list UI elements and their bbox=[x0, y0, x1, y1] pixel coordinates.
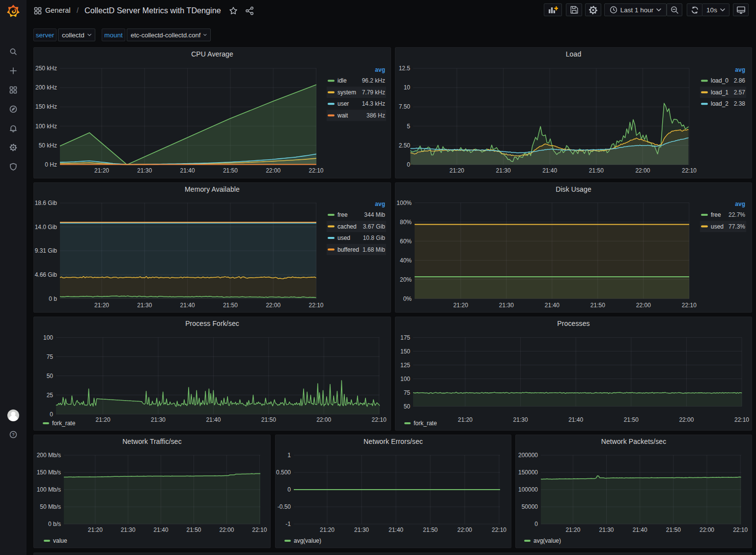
svg-text:0 Hz: 0 Hz bbox=[45, 161, 57, 168]
svg-text:96.2 kHz: 96.2 kHz bbox=[362, 77, 385, 84]
svg-text:21:50: 21:50 bbox=[223, 167, 238, 174]
svg-text:2.50: 2.50 bbox=[399, 142, 411, 149]
svg-text:386 Hz: 386 Hz bbox=[366, 112, 385, 119]
svg-text:21:40: 21:40 bbox=[180, 167, 195, 174]
svg-text:150000: 150000 bbox=[518, 469, 538, 476]
svg-text:wait: wait bbox=[337, 112, 348, 119]
svg-text:18.6 Gib: 18.6 Gib bbox=[35, 200, 57, 206]
svg-text:load_1: load_1 bbox=[711, 89, 728, 96]
svg-text:22:00: 22:00 bbox=[700, 526, 714, 533]
svg-text:21:40: 21:40 bbox=[180, 302, 195, 309]
svg-text:2.86: 2.86 bbox=[734, 77, 746, 84]
svg-text:21:40: 21:40 bbox=[206, 416, 221, 423]
svg-text:50 kHz: 50 kHz bbox=[39, 142, 57, 149]
svg-text:21:50: 21:50 bbox=[261, 416, 276, 423]
svg-text:avg: avg bbox=[735, 66, 745, 73]
svg-text:50000: 50000 bbox=[522, 503, 538, 510]
svg-text:100: 100 bbox=[43, 334, 53, 341]
svg-text:22:10: 22:10 bbox=[308, 302, 323, 309]
svg-text:21:20: 21:20 bbox=[458, 416, 473, 423]
svg-text:21:30: 21:30 bbox=[496, 167, 511, 174]
svg-text:22:10: 22:10 bbox=[252, 526, 267, 533]
svg-text:175: 175 bbox=[400, 334, 410, 341]
svg-text:4.66 Gib: 4.66 Gib bbox=[35, 271, 57, 278]
svg-text:21:50: 21:50 bbox=[186, 526, 201, 533]
svg-text:free: free bbox=[337, 211, 348, 218]
svg-text:21:30: 21:30 bbox=[354, 526, 369, 533]
svg-text:75: 75 bbox=[404, 389, 411, 396]
svg-text:22.7%: 22.7% bbox=[728, 211, 745, 218]
svg-text:21:30: 21:30 bbox=[121, 526, 136, 533]
svg-text:21:30: 21:30 bbox=[599, 526, 614, 533]
svg-text:0%: 0% bbox=[403, 295, 412, 302]
svg-text:load_2: load_2 bbox=[711, 100, 728, 107]
svg-text:21:20: 21:20 bbox=[565, 526, 580, 533]
svg-text:60%: 60% bbox=[400, 238, 412, 245]
svg-text:0 b/s: 0 b/s bbox=[48, 521, 61, 527]
svg-text:100%: 100% bbox=[396, 200, 412, 206]
svg-text:21:40: 21:40 bbox=[154, 526, 168, 533]
svg-text:0 b: 0 b bbox=[49, 295, 57, 302]
svg-text:idle: idle bbox=[337, 77, 347, 84]
svg-text:77.3%: 77.3% bbox=[728, 223, 745, 230]
svg-text:22:10: 22:10 bbox=[492, 526, 506, 533]
svg-text:40%: 40% bbox=[400, 257, 412, 264]
svg-text:150 Mb/s: 150 Mb/s bbox=[37, 469, 61, 476]
svg-text:12.5: 12.5 bbox=[399, 65, 411, 72]
svg-text:7.50: 7.50 bbox=[399, 103, 411, 110]
svg-text:125: 125 bbox=[400, 362, 410, 369]
svg-text:344 Mib: 344 Mib bbox=[364, 211, 385, 218]
svg-text:50 Mb/s: 50 Mb/s bbox=[40, 503, 61, 510]
svg-text:0: 0 bbox=[534, 521, 538, 527]
svg-text:21:30: 21:30 bbox=[137, 302, 152, 309]
svg-text:22:10: 22:10 bbox=[733, 526, 748, 533]
svg-text:21:30: 21:30 bbox=[499, 302, 514, 309]
svg-text:22:00: 22:00 bbox=[266, 167, 280, 174]
svg-text:21:20: 21:20 bbox=[320, 526, 335, 533]
svg-text:22:10: 22:10 bbox=[682, 302, 697, 309]
svg-text:200 kHz: 200 kHz bbox=[35, 84, 57, 91]
svg-text:14.0 Gib: 14.0 Gib bbox=[35, 224, 57, 231]
svg-text:21:20: 21:20 bbox=[449, 167, 464, 174]
svg-text:80%: 80% bbox=[400, 219, 412, 226]
svg-text:free: free bbox=[711, 211, 721, 218]
svg-text:fork_rate: fork_rate bbox=[414, 420, 437, 427]
svg-text:avg: avg bbox=[735, 201, 745, 207]
svg-text:21:20: 21:20 bbox=[453, 302, 468, 309]
svg-text:25: 25 bbox=[47, 392, 54, 399]
svg-text:10: 10 bbox=[404, 84, 411, 91]
svg-text:250 kHz: 250 kHz bbox=[35, 65, 57, 72]
svg-text:100: 100 bbox=[400, 376, 410, 382]
svg-text:0: 0 bbox=[50, 411, 53, 418]
svg-text:22:00: 22:00 bbox=[266, 302, 280, 309]
svg-text:22:00: 22:00 bbox=[219, 526, 234, 533]
svg-text:21:30: 21:30 bbox=[513, 416, 528, 423]
svg-text:1.68 Mib: 1.68 Mib bbox=[363, 246, 385, 253]
svg-text:21:50: 21:50 bbox=[666, 526, 681, 533]
svg-text:21:20: 21:20 bbox=[96, 416, 111, 423]
svg-text:avg: avg bbox=[375, 201, 385, 207]
svg-text:user: user bbox=[337, 100, 349, 107]
svg-text:fork_rate: fork_rate bbox=[52, 420, 76, 427]
svg-text:22:10: 22:10 bbox=[372, 416, 387, 423]
svg-text:22:00: 22:00 bbox=[636, 302, 651, 309]
svg-text:21:40: 21:40 bbox=[545, 302, 560, 309]
svg-text:avg: avg bbox=[375, 66, 385, 73]
svg-text:value: value bbox=[53, 537, 67, 544]
svg-text:-1: -1 bbox=[285, 521, 291, 527]
svg-text:22:00: 22:00 bbox=[457, 526, 472, 533]
svg-text:150 kHz: 150 kHz bbox=[35, 103, 57, 110]
svg-text:21:40: 21:40 bbox=[633, 526, 647, 533]
svg-text:avg(value): avg(value) bbox=[533, 537, 561, 544]
svg-text:20%: 20% bbox=[400, 276, 412, 283]
svg-text:9.31 Gib: 9.31 Gib bbox=[35, 247, 57, 254]
svg-text:5: 5 bbox=[407, 123, 410, 130]
svg-text:21:20: 21:20 bbox=[88, 526, 103, 533]
svg-text:200 Mb/s: 200 Mb/s bbox=[37, 452, 61, 459]
svg-text:2.38: 2.38 bbox=[734, 100, 746, 107]
svg-text:used: used bbox=[337, 234, 350, 241]
svg-text:0: 0 bbox=[287, 486, 291, 493]
svg-text:0: 0 bbox=[407, 161, 410, 168]
svg-text:3.67 Gib: 3.67 Gib bbox=[363, 223, 386, 230]
svg-text:0.500: 0.500 bbox=[276, 469, 291, 476]
